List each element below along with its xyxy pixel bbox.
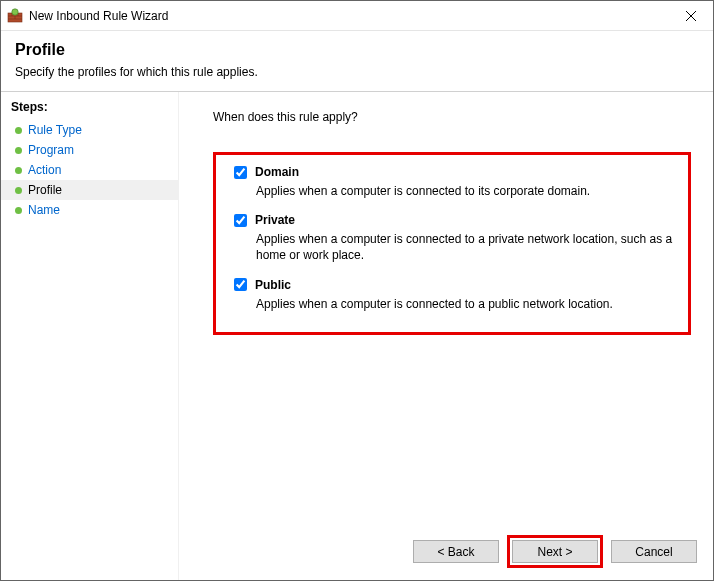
- option-public: Public Applies when a computer is connec…: [234, 278, 674, 312]
- wizard-window: New Inbound Rule Wizard Profile Specify …: [0, 0, 714, 581]
- back-button[interactable]: < Back: [413, 540, 499, 563]
- window-title: New Inbound Rule Wizard: [29, 9, 668, 23]
- option-domain: Domain Applies when a computer is connec…: [234, 165, 674, 199]
- question-text: When does this rule apply?: [213, 110, 691, 124]
- option-private-label: Private: [255, 213, 295, 227]
- checkbox-domain[interactable]: [234, 166, 247, 179]
- profiles-highlight: Domain Applies when a computer is connec…: [213, 152, 691, 335]
- checkbox-public[interactable]: [234, 278, 247, 291]
- wizard-header: Profile Specify the profiles for which t…: [1, 31, 713, 91]
- step-name[interactable]: Name: [1, 200, 178, 220]
- step-bullet-icon: [15, 207, 22, 214]
- step-program[interactable]: Program: [1, 140, 178, 160]
- option-public-description: Applies when a computer is connected to …: [256, 296, 674, 312]
- option-public-label: Public: [255, 278, 291, 292]
- page-description: Specify the profiles for which this rule…: [15, 65, 699, 79]
- option-public-row[interactable]: Public: [234, 278, 674, 292]
- option-private-row[interactable]: Private: [234, 213, 674, 227]
- titlebar: New Inbound Rule Wizard: [1, 1, 713, 31]
- option-domain-label: Domain: [255, 165, 299, 179]
- step-label: Action: [28, 163, 61, 177]
- close-button[interactable]: [668, 1, 713, 30]
- wizard-buttons: < Back Next > Cancel: [413, 535, 697, 568]
- cancel-button[interactable]: Cancel: [611, 540, 697, 563]
- step-bullet-icon: [15, 167, 22, 174]
- step-label: Program: [28, 143, 74, 157]
- steps-sidebar: Steps: Rule Type Program Action Profile …: [1, 92, 179, 580]
- checkbox-private[interactable]: [234, 214, 247, 227]
- step-label: Name: [28, 203, 60, 217]
- next-button-highlight: Next >: [507, 535, 603, 568]
- step-profile[interactable]: Profile: [1, 180, 178, 200]
- next-button[interactable]: Next >: [512, 540, 598, 563]
- step-label: Profile: [28, 183, 62, 197]
- steps-heading: Steps:: [1, 98, 178, 120]
- step-bullet-icon: [15, 127, 22, 134]
- step-label: Rule Type: [28, 123, 82, 137]
- option-domain-row[interactable]: Domain: [234, 165, 674, 179]
- main-panel: When does this rule apply? Domain Applie…: [179, 92, 713, 580]
- option-private-description: Applies when a computer is connected to …: [256, 231, 674, 263]
- step-action[interactable]: Action: [1, 160, 178, 180]
- svg-point-7: [12, 8, 18, 14]
- page-title: Profile: [15, 41, 699, 59]
- firewall-icon: [7, 8, 23, 24]
- step-bullet-icon: [15, 147, 22, 154]
- close-icon: [686, 11, 696, 21]
- option-domain-description: Applies when a computer is connected to …: [256, 183, 674, 199]
- step-rule-type[interactable]: Rule Type: [1, 120, 178, 140]
- option-private: Private Applies when a computer is conne…: [234, 213, 674, 263]
- wizard-body: Steps: Rule Type Program Action Profile …: [1, 91, 713, 580]
- step-bullet-icon: [15, 187, 22, 194]
